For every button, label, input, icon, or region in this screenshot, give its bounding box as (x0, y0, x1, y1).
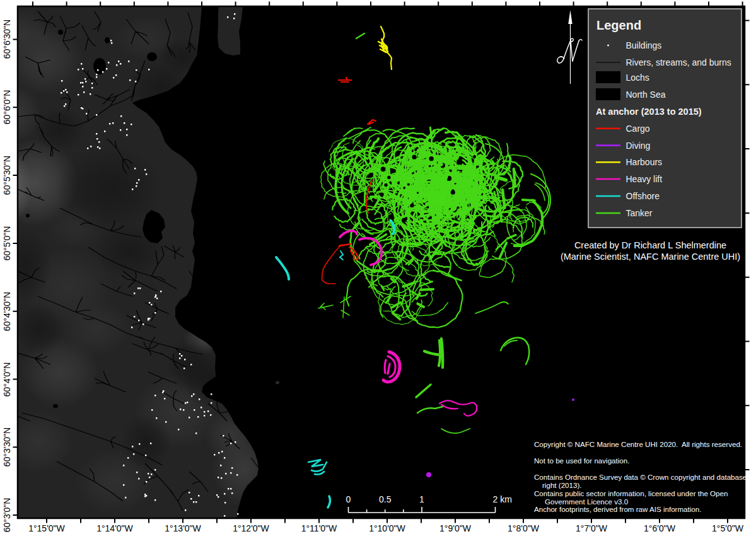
svg-text:1°12'0"W: 1°12'0"W (233, 523, 269, 533)
svg-text:Heavy lift: Heavy lift (626, 174, 663, 184)
svg-text:60°6'30"N: 60°6'30"N (2, 20, 12, 59)
svg-text:60°3'30"N: 60°3'30"N (2, 427, 12, 467)
svg-text:60°4'30"N: 60°4'30"N (2, 292, 12, 331)
svg-text:North Sea: North Sea (626, 90, 666, 100)
svg-text:1: 1 (419, 494, 424, 504)
svg-text:2 km: 2 km (493, 494, 512, 504)
svg-text:Anchor footprints, derived fro: Anchor footprints, derived from raw AIS … (534, 505, 701, 513)
svg-text:60°3'0"N: 60°3'0"N (2, 498, 12, 533)
svg-text:Diving: Diving (626, 141, 651, 151)
svg-text:1°5'0"W: 1°5'0"W (712, 523, 744, 533)
svg-text:60°5'0"N: 60°5'0"N (2, 226, 12, 261)
svg-text:Created by Dr Richard L Shelme: Created by Dr Richard L Shelmerdine (574, 240, 726, 250)
svg-text:60°4'0"N: 60°4'0"N (2, 363, 12, 397)
svg-text:60°5'30"N: 60°5'30"N (2, 156, 12, 195)
svg-text:Buildings: Buildings (626, 40, 662, 50)
svg-text:1°8'0"W: 1°8'0"W (508, 523, 540, 533)
svg-text:1°9'0"W: 1°9'0"W (439, 523, 472, 533)
svg-text:1°10'0"W: 1°10'0"W (369, 523, 405, 533)
svg-text:Harbours: Harbours (626, 157, 663, 167)
svg-text:Cargo: Cargo (626, 124, 650, 134)
svg-text:60°6'0"N: 60°6'0"N (2, 90, 12, 125)
svg-text:0.5: 0.5 (379, 494, 392, 504)
svg-text:Legend: Legend (596, 18, 641, 32)
svg-text:At anchor (2013 to 2015): At anchor (2013 to 2015) (596, 107, 702, 117)
svg-text:Lochs: Lochs (626, 73, 649, 83)
svg-text:1°13'0"W: 1°13'0"W (165, 523, 201, 533)
svg-text:1°14'0"W: 1°14'0"W (96, 523, 133, 533)
svg-text:right (2013).: right (2013). (542, 481, 582, 489)
svg-text:Contains public sector informa: Contains public sector information, lice… (534, 489, 728, 497)
svg-text:(Marine Scientist, NAFC Marine: (Marine Scientist, NAFC Marine Centre UH… (561, 252, 740, 262)
svg-text:Tanker: Tanker (626, 208, 653, 218)
svg-text:Offshore: Offshore (626, 191, 660, 201)
svg-text:0: 0 (346, 494, 351, 504)
svg-text:Rivers, streams, and burns: Rivers, streams, and burns (626, 57, 731, 67)
svg-text:Copyright © NAFC Marine Centre: Copyright © NAFC Marine Centre UHI 2020.… (534, 440, 742, 448)
svg-text:Contains Ordnance Survey data: Contains Ordnance Survey data © Crown co… (534, 473, 747, 481)
svg-text:1°15'0"W: 1°15'0"W (28, 523, 65, 533)
svg-text:1°6'0"W: 1°6'0"W (644, 523, 676, 533)
svg-text:Not to be used for navigation.: Not to be used for navigation. (534, 456, 629, 465)
svg-text:1°11'0"W: 1°11'0"W (301, 523, 337, 533)
svg-text:1°7'0"W: 1°7'0"W (576, 523, 608, 533)
